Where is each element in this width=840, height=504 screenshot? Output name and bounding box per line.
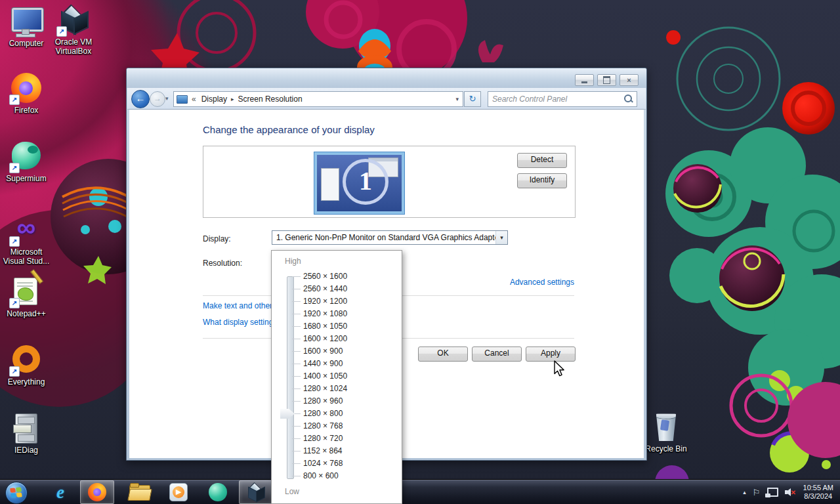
recent-pages-dropdown-icon[interactable]: ▾ — [165, 95, 169, 102]
maximize-button[interactable] — [597, 74, 616, 86]
monitor-number: 1 — [343, 159, 388, 205]
dropdown-arrow-icon: ▾ — [495, 231, 507, 244]
tick-mark — [292, 463, 301, 464]
resolution-option[interactable]: 1920 × 1200 — [272, 295, 402, 308]
tick-mark — [292, 476, 301, 476]
show-hidden-icons-button[interactable]: ▴ — [743, 489, 746, 495]
taskbar-internet-explorer[interactable]: e — [43, 480, 77, 504]
volume-muted-icon[interactable]: ✕ — [785, 488, 795, 496]
address-dropdown-icon[interactable]: ▾ — [455, 96, 459, 102]
resolution-option[interactable]: 1920 × 1080 — [272, 308, 402, 320]
tick-mark — [292, 314, 301, 314]
resolution-option[interactable]: 1024 × 768 — [272, 457, 402, 470]
identify-button[interactable]: Identify — [517, 173, 567, 188]
forward-button[interactable]: → — [150, 91, 165, 107]
desktop-icon-firefox[interactable]: ↗ Firefox — [0, 72, 52, 115]
desktop-icon-recycle-bin[interactable]: Recycle Bin — [640, 411, 692, 453]
tick-mark — [292, 326, 301, 327]
desktop-icon-visual-studio[interactable]: ∞ ↗ Microsoft Visual Stud... — [0, 214, 52, 266]
tick-mark — [292, 388, 301, 389]
computer-icon — [12, 8, 43, 32]
page-title: Change the appearance of your display — [203, 124, 375, 135]
ok-button[interactable]: OK — [418, 346, 468, 362]
resolution-option[interactable]: 2560 × 1440 — [272, 283, 402, 295]
desktop-icon-everything[interactable]: ↗ Everything — [0, 344, 52, 387]
taskbar-clock[interactable]: 10:55 AM 8/3/2024 — [803, 484, 833, 501]
desktop-icon-label: Everything — [0, 377, 52, 387]
mute-x-icon: ✕ — [791, 489, 796, 496]
recycle-bin-icon — [654, 412, 678, 441]
shortcut-arrow-icon: ↗ — [9, 163, 20, 173]
resolution-option[interactable]: 1280 × 960 — [272, 395, 402, 408]
navigation-bar: ← → ▾ « Display ▸ Screen Resolution ▾ ↻ — [127, 88, 646, 110]
cancel-button[interactable]: Cancel — [472, 346, 522, 362]
display-dropdown[interactable]: 1. Generic Non-PnP Monitor on Standard V… — [272, 230, 508, 245]
resolution-option[interactable]: 1152 × 864 — [272, 445, 402, 457]
desktop-icon-iediag[interactable]: IEDiag — [0, 412, 52, 455]
desktop-icon-computer[interactable]: Computer — [0, 5, 52, 48]
desktop-icon-notepadpp[interactable]: ↗ Notepad++ — [0, 276, 52, 318]
action-center-flag-icon[interactable]: ⚐ — [753, 488, 761, 497]
desktop-icon-label: IEDiag — [0, 446, 52, 455]
search-input[interactable] — [491, 93, 618, 106]
maximize-icon — [603, 76, 610, 84]
display-settings-link[interactable]: What display setting — [203, 318, 273, 327]
display-label: Display: — [203, 234, 231, 243]
address-bar[interactable]: « Display ▸ Screen Resolution ▾ — [173, 91, 463, 107]
resolution-option[interactable]: 840 × 504 — [272, 420, 402, 432]
start-button[interactable] — [5, 482, 28, 504]
taskbar-virtualbox[interactable] — [239, 480, 273, 504]
resolution-option[interactable]: 800 × 600 — [272, 470, 402, 482]
tick-mark — [292, 451, 301, 452]
breadcrumb-item-screen-resolution[interactable]: Screen Resolution — [238, 94, 303, 104]
advanced-settings-link[interactable]: Advanced settings — [447, 278, 574, 287]
resolution-option[interactable]: 1600 × 900 — [272, 345, 402, 358]
windows-logo-icon — [10, 487, 23, 499]
back-button[interactable]: ← — [131, 90, 150, 108]
desktop-icon-virtualbox[interactable]: ↗ Oracle VM VirtualBox — [47, 4, 100, 56]
desktop-icon-label: Oracle VM VirtualBox — [47, 37, 100, 56]
resolution-option[interactable]: 1600 × 1200 — [272, 333, 402, 345]
minimize-button[interactable] — [575, 74, 594, 86]
monitor-preview[interactable]: 1 — [314, 152, 404, 214]
resolution-option[interactable]: 1680 × 1050 — [272, 320, 402, 333]
desktop-icon-supermium[interactable]: ↗ Supermium — [0, 140, 52, 183]
resolution-option[interactable]: 1440 × 900 — [272, 358, 402, 370]
tick-mark — [292, 364, 301, 364]
detect-button[interactable]: Detect — [517, 153, 567, 168]
search-icon[interactable] — [624, 94, 632, 102]
iediag-icon — [15, 413, 37, 444]
taskbar-supermium[interactable] — [201, 480, 235, 504]
resolution-option[interactable]: 1400 × 1050 — [272, 370, 402, 383]
window-titlebar[interactable]: × — [127, 68, 646, 88]
close-button[interactable]: × — [620, 74, 639, 86]
system-tray: ▴ ⚐ ✕ 10:55 AM 8/3/2024 — [743, 480, 840, 504]
shortcut-arrow-icon: ↗ — [56, 26, 67, 37]
tick-mark — [292, 301, 301, 302]
network-icon[interactable] — [767, 488, 778, 497]
clock-date: 8/3/2024 — [803, 492, 833, 501]
breadcrumb-chevrons[interactable]: « — [192, 94, 196, 104]
virtualbox-icon: ↗ — [58, 4, 89, 35]
clock-time: 10:55 AM — [803, 484, 833, 492]
breadcrumb-item-display[interactable]: Display — [201, 94, 227, 104]
search-box[interactable] — [488, 91, 637, 107]
desktop-icon-label: Recycle Bin — [640, 444, 692, 453]
taskbar-windows-explorer[interactable] — [122, 480, 156, 504]
internet-explorer-icon: e — [56, 482, 64, 503]
folder-icon — [129, 485, 149, 499]
resolution-option[interactable]: 1280 × 1024 — [272, 383, 402, 395]
apply-button[interactable]: Apply — [526, 346, 576, 362]
resolution-option[interactable]: 2560 × 1600 — [272, 270, 402, 283]
shortcut-arrow-icon: ↗ — [9, 94, 20, 105]
refresh-button[interactable]: ↻ — [464, 91, 481, 107]
resolution-option[interactable]: 1280 × 720 — [272, 432, 402, 445]
close-icon: × — [627, 77, 631, 84]
text-size-link[interactable]: Make text and other — [203, 301, 272, 310]
mouse-cursor — [553, 360, 567, 377]
taskbar-media-player[interactable]: ▶ — [161, 480, 196, 504]
preview-window-graphic — [321, 168, 339, 201]
desktop-icon-label: Computer — [0, 39, 52, 48]
tick-mark — [292, 351, 301, 352]
taskbar-firefox[interactable] — [80, 480, 114, 504]
